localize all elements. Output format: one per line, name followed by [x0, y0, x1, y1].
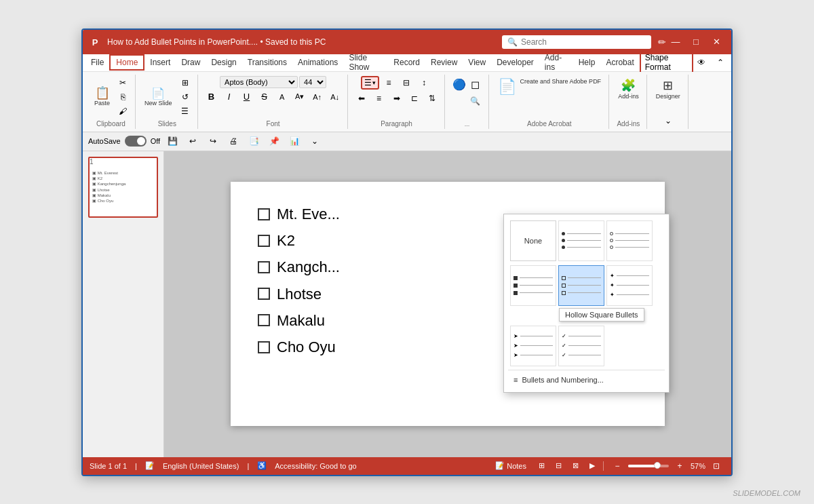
print-button[interactable]: 🖨 — [225, 134, 241, 148]
align-left-button[interactable]: ⬅ — [353, 92, 370, 105]
collapse-ribbon-btn[interactable]: ⌃ — [712, 56, 729, 69]
font-size-dec[interactable]: A↓ — [327, 90, 343, 104]
slide-sorter-btn[interactable]: ⊟ — [553, 460, 564, 471]
italic-button[interactable]: I — [221, 90, 237, 104]
reading-view-btn[interactable]: ⊠ — [570, 460, 581, 471]
addins-button[interactable]: 🧩 Add-ins — [615, 76, 642, 102]
menu-review[interactable]: Review — [425, 56, 463, 69]
bullet-filled-square-option[interactable] — [510, 265, 556, 306]
adobe-group-label: Adobe Acrobat — [527, 119, 572, 128]
slide-info: Slide 1 of 1 — [90, 462, 127, 470]
bullets-dropdown-button[interactable]: ☰ ▾ — [361, 76, 379, 90]
shadow-button[interactable]: A — [274, 90, 290, 104]
zoom-in-btn[interactable]: + — [672, 459, 688, 473]
bullet-none-option[interactable]: None — [510, 220, 556, 261]
menu-transitions[interactable]: Transitions — [242, 56, 292, 69]
cut-button[interactable]: ✂ — [115, 76, 131, 90]
menu-insert[interactable]: Insert — [144, 56, 176, 69]
align-center-button[interactable]: ≡ — [371, 92, 387, 105]
copy-button[interactable]: ⎘ — [115, 90, 131, 104]
bullet-checkmark-option[interactable]: ✓ ✓ ✓ — [558, 326, 604, 366]
menu-file[interactable]: File — [85, 56, 109, 69]
fit-slide-btn[interactable]: ⊡ — [708, 459, 724, 473]
bullet-hollow-square-option[interactable] — [558, 265, 604, 306]
font-color-button[interactable]: A▾ — [292, 90, 308, 104]
menu-draw[interactable]: Draw — [176, 56, 206, 69]
menu-help[interactable]: Help — [573, 56, 601, 69]
bullet-star-option[interactable]: ✦ ✦ ✦ — [606, 265, 653, 306]
create-share-adobe-button[interactable]: 📄 Create and Share Adobe PDF — [495, 76, 605, 98]
normal-view-btn[interactable]: ⊞ — [536, 460, 547, 471]
menu-view[interactable]: View — [463, 56, 491, 69]
columns-button[interactable]: ⊏ — [406, 92, 423, 105]
menu-record[interactable]: Record — [388, 56, 425, 69]
menu-home[interactable]: Home — [109, 54, 144, 71]
menu-developer[interactable]: Developer — [491, 56, 539, 69]
align-right-button[interactable]: ➡ — [389, 92, 405, 105]
bold-button[interactable]: B — [204, 90, 220, 104]
font-size-select[interactable]: 44 — [299, 76, 326, 88]
quick-access-3[interactable]: 📊 — [286, 134, 303, 148]
search-shapes-btn[interactable]: 🔍 — [468, 94, 483, 109]
search-input[interactable] — [521, 37, 646, 47]
star-icon: ✦ — [610, 273, 615, 279]
section-button[interactable]: ☰ — [177, 104, 193, 118]
multilevel-button[interactable]: ⊟ — [398, 76, 414, 90]
paste-button[interactable]: 📋 Paste — [91, 85, 113, 109]
minimize-button[interactable]: — — [666, 34, 685, 50]
search-bar[interactable]: 🔍 — [502, 35, 651, 49]
hollow-square-icon — [562, 291, 566, 295]
arrow-icon: ➤ — [513, 333, 518, 339]
bullet-arrow-option[interactable]: ➤ ➤ ➤ — [510, 326, 556, 366]
close-button[interactable]: ✕ — [707, 34, 726, 50]
bullets-numbering-button[interactable]: ≡ Bullets and Numbering... — [508, 372, 665, 388]
save-button[interactable]: 💾 — [164, 134, 180, 148]
layout-button[interactable]: ⊞ — [177, 76, 193, 90]
quick-access-2[interactable]: 📌 — [266, 134, 282, 148]
designer-icon: ⊞ — [663, 78, 673, 93]
eye-icon[interactable]: 👁 — [693, 56, 710, 69]
arrange-button3[interactable] — [452, 94, 467, 109]
zoom-out-btn[interactable]: − — [609, 459, 625, 473]
quick-access-1[interactable]: 📑 — [246, 134, 262, 148]
format-painter-button[interactable]: 🖌 — [115, 104, 131, 118]
menu-slideshow[interactable]: Slide Show — [343, 51, 388, 74]
menu-animations[interactable]: Animations — [292, 56, 343, 69]
slide-thumbnail-1[interactable]: 1 ▣ Mt. Everest ▣ K2 ▣ Kangchenjunga ▣ L… — [88, 157, 158, 218]
designer-button[interactable]: ⊞ Designer — [653, 76, 684, 102]
strikethrough-button[interactable]: S — [256, 90, 273, 104]
arrange-button[interactable]: 🔵 — [452, 77, 467, 92]
bullet-filled-circle-option[interactable] — [558, 220, 604, 261]
undo-button[interactable]: ↩ — [185, 134, 201, 148]
ribbon-collapse-btn[interactable]: ⌄ — [660, 114, 676, 128]
underline-button[interactable]: U — [239, 90, 255, 104]
font-name-select[interactable]: Aptos (Body) — [220, 76, 298, 88]
numbering-button[interactable]: ≡ — [381, 76, 397, 90]
bullet-circle-outline-option[interactable] — [606, 220, 653, 261]
text-direction-button[interactable]: ⇅ — [424, 92, 440, 105]
pen-icon: ✏ — [658, 37, 666, 47]
new-slide-button[interactable]: 📄 New Slide — [141, 85, 176, 109]
more-btn[interactable]: ⌄ — [307, 134, 323, 148]
font-size-inc[interactable]: A↑ — [309, 90, 326, 104]
menu-acrobat[interactable]: Acrobat — [600, 56, 639, 69]
checkbox-icon-2 — [258, 235, 270, 247]
notes-button[interactable]: 📝 Notes — [491, 460, 530, 471]
autosave-label: AutoSave — [88, 137, 121, 145]
slides-group: 📄 New Slide ⊞ ↺ ☰ Slides — [137, 75, 198, 129]
accessibility-status: Accessibility: Good to go — [275, 462, 356, 470]
arrange-button2[interactable]: ◻ — [468, 77, 483, 92]
autosave-toggle[interactable] — [125, 136, 147, 147]
none-label: None — [524, 237, 542, 245]
menu-design[interactable]: Design — [206, 56, 241, 69]
menu-shape-format[interactable]: Shape Format — [640, 51, 693, 74]
accessibility-icon: ♿ — [257, 461, 267, 470]
line-spacing-button[interactable]: ↕ — [416, 76, 432, 90]
menu-addins[interactable]: Add-ins — [539, 51, 573, 74]
zoom-handle[interactable] — [654, 462, 661, 469]
maximize-button[interactable]: □ — [686, 34, 705, 50]
reset-button[interactable]: ↺ — [177, 90, 193, 104]
bullet-dropdown: None — [503, 214, 670, 393]
slideshow-btn[interactable]: ▶ — [587, 460, 598, 471]
redo-button[interactable]: ↪ — [205, 134, 221, 148]
